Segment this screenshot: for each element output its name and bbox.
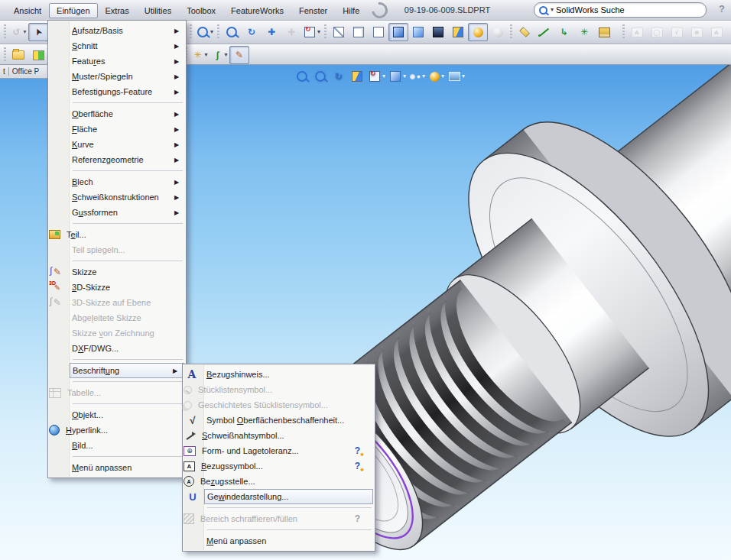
help-gray-icon[interactable]: ? [355,513,360,524]
surface-finish-annotation-button[interactable]: √ [667,23,687,41]
tab-partial[interactable]: t [0,67,8,76]
shaded-button[interactable] [408,23,428,41]
apply-scene-dropdown-icon[interactable]: ▾ [462,73,465,79]
menu-item-bezugssymbol[interactable]: ABezugssymbol...? [184,458,374,474]
menu-separator [73,223,183,224]
menu-item-form-und-lagetoleranz[interactable]: ⊕Form- und Lagetoleranz...? [184,443,374,458]
menu-item-menü-anpassen[interactable]: Menü anpassen [184,533,374,549]
hidden-lines-removed-button[interactable] [369,23,388,41]
rotate-view-button[interactable]: ↻ [242,23,262,41]
menu-item-blech[interactable]: Blech▶ [49,174,185,189]
datum-annotation-button[interactable]: A [707,23,726,41]
edit-appearance-button[interactable]: ▾ [427,68,446,85]
menubar-item-featureworks[interactable]: FeatureWorks [223,3,291,18]
point-button[interactable]: ✳ [574,23,594,41]
menu-item-beschriftung[interactable]: Beschriftung▶ [70,363,184,378]
menu-item-muster-spiegeln[interactable]: Muster/Spiegeln▶ [49,69,185,84]
axis-button[interactable] [534,23,554,41]
edit-appearance-dropdown-icon[interactable]: ▾ [441,73,444,79]
section-view-button[interactable] [348,68,366,85]
help-star-icon[interactable]: ? [355,461,360,471]
menu-item-label: Features [66,57,174,66]
rotate-view-button[interactable]: ↻ [330,68,348,85]
hidden-lines-visible-button[interactable] [349,23,369,41]
menu-item-gewindedarstellung[interactable]: UGewindedarstellung... [204,489,373,504]
menu-item-bezugshinweis[interactable]: ABezugshinweis... [184,367,374,382]
search-scope-dropdown-icon[interactable]: ▾ [551,7,554,13]
zoom-modify-button[interactable] [222,23,242,41]
undo-dropdown-icon[interactable]: ▾ [23,29,26,35]
mate-reference-button[interactable] [594,23,614,41]
realview-button[interactable] [468,23,488,41]
display-style-button[interactable]: ▾ [387,68,408,85]
menu-item-schnitt[interactable]: Schnitt▶ [49,38,185,53]
menubar-item-ansicht[interactable]: Ansicht [6,3,49,18]
zoom-area-button[interactable] [311,68,330,85]
help-star-icon[interactable]: ? [355,445,360,456]
menu-item-gussformen[interactable]: Gussformen▶ [49,205,185,220]
menu-item-oberfläche[interactable]: Oberfläche▶ [49,106,185,121]
tolerance-annotation-button[interactable]: ⊕ [687,23,707,41]
open-document-button[interactable] [8,46,28,64]
menubar-item-einfügen[interactable]: Einfügen [49,3,97,18]
zoom-fit-button[interactable] [293,68,311,85]
view-orientation-button[interactable]: ▾ [366,68,387,85]
sketch-button[interactable]: ✎ [229,46,249,64]
view-orientation-dropdown-icon[interactable]: ▾ [317,29,320,35]
display-style-dropdown-icon[interactable]: ▾ [403,73,406,79]
menu-item-skizze[interactable]: ✎Skizze [49,264,185,280]
sketch-entities-button[interactable]: ✳▾ [190,46,210,64]
menu-item-fläche[interactable]: Fläche▶ [49,121,185,137]
spline-dropdown-icon[interactable]: ▾ [224,52,227,58]
zoom-flyout-dropdown-icon[interactable]: ▾ [210,29,213,35]
plane-button[interactable] [515,23,534,41]
menu-item-dxf-dwg[interactable]: DXF/DWG... [49,341,185,356]
move-button[interactable]: ✚ [281,23,301,41]
solidworks-logo-icon [369,0,391,21]
menu-item-objekt[interactable]: Objekt... [49,407,185,422]
tab-office-products[interactable]: Office P [9,67,42,76]
coordinate-system-button[interactable]: ↳ [554,23,574,41]
menu-item-symbol-oberflächenbeschaffenheit[interactable]: √Symbol Oberflächenbeschaffenheit... [184,413,374,428]
section-view-button[interactable] [448,23,468,41]
note-annotation-button[interactable]: A [627,23,647,41]
wireframe-button[interactable] [329,23,349,41]
view-orientation-dropdown-icon[interactable]: ▾ [382,73,385,79]
spline-button[interactable]: ∫▾ [210,46,229,64]
menu-item-aufsatz-basis[interactable]: Aufsatz/Basis▶ [49,23,185,38]
pan-button[interactable]: ✚ [262,23,281,41]
view-orientation-button[interactable]: ▾ [301,23,322,41]
shaded-with-edges-button[interactable] [388,23,408,41]
curvature-button[interactable] [488,23,508,41]
menu-item-label: Bezugshinweis... [200,370,363,379]
menu-item-hyperlink[interactable]: Hyperlink... [49,422,185,438]
shadow-button[interactable] [428,23,448,41]
menu-item-referenzgeometrie[interactable]: Referenzgeometrie▶ [49,152,185,167]
menu-item-menü-anpassen[interactable]: Menü anpassen [49,460,185,475]
menu-item-bild[interactable]: Bild... [49,438,185,453]
menu-item-bezugsstelle[interactable]: ABezugsstelle... [184,474,374,489]
select-arrow-button[interactable]: ➤ [28,23,48,41]
hide-show-items-button[interactable]: ▾ [408,68,427,85]
menu-item-features[interactable]: Features▶ [49,53,185,69]
apply-scene-button[interactable]: ▾ [446,68,466,85]
appearance-library-button[interactable] [28,46,48,64]
balloon-annotation-button[interactable]: ◯ [647,23,667,41]
menubar-item-extras[interactable]: Extras [98,3,137,18]
menubar-item-utilities[interactable]: Utilities [137,3,179,18]
menu-item-befestigungs-feature[interactable]: Befestigungs-Feature▶ [49,84,185,99]
menu-item-3d-skizze[interactable]: ✎3D-Skizze [49,280,185,295]
menu-item-kurve[interactable]: Kurve▶ [49,137,185,152]
menubar-item-fenster[interactable]: Fenster [291,3,335,18]
menubar-item-hilfe[interactable]: Hilfe [335,3,367,18]
menubar-item-toolbox[interactable]: Toolbox [179,3,223,18]
help-button[interactable]: ? [719,3,725,15]
zoom-flyout-button[interactable]: ▾ [194,23,215,41]
undo-button[interactable]: ↺▾ [8,23,28,41]
menu-item-teil[interactable]: Teil... [49,227,185,242]
search-input[interactable]: ▾ SolidWorks Suche [534,2,707,18]
sketch-entities-dropdown-icon[interactable]: ▾ [204,52,207,58]
menu-item-schweißkonstruktionen[interactable]: Schweißkonstruktionen▶ [49,189,185,205]
hide-show-items-dropdown-icon[interactable]: ▾ [422,73,425,79]
menu-item-schweißnahtsymbol[interactable]: Schweißnahtsymbol... [184,428,374,443]
